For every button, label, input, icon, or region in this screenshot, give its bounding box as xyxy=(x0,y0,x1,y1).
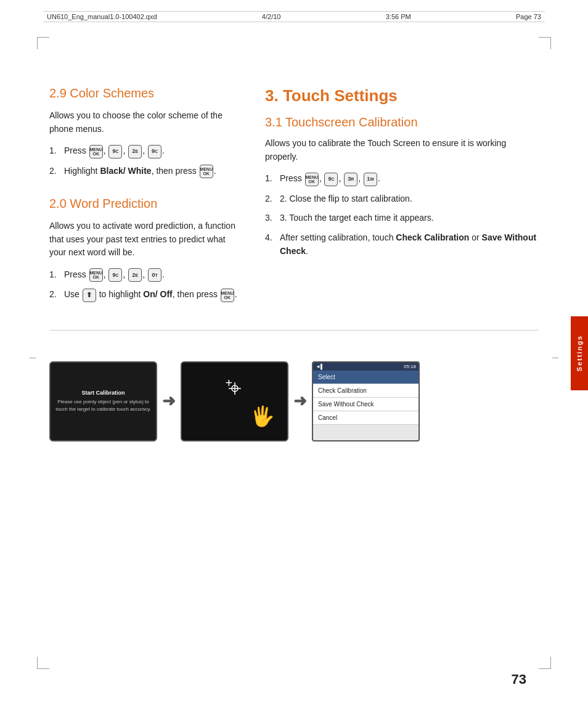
step-2-0-1: 1. Press MENUOK, 9C, 2E, 0T. xyxy=(49,268,240,282)
menu-item-check-calibration: Check Calibration xyxy=(313,384,419,398)
settings-sidebar-tab: Settings xyxy=(571,316,588,390)
step-text-4: Use ⬆ to highlight On/ Off, then press M… xyxy=(64,288,237,302)
header-time: 05:18 xyxy=(404,364,416,369)
black-white-label: Black/ White xyxy=(100,166,151,176)
key-menu-ok-1: MENUOK xyxy=(89,145,103,158)
key-9c-3: 9C xyxy=(108,268,122,282)
step-number: 1. xyxy=(49,144,62,158)
calibration-screen-1: Start Calibration Please use pointy obje… xyxy=(49,361,157,441)
key-2e-1: 2E xyxy=(128,145,142,158)
left-column: 2.9 Color Schemes Allows you to choose t… xyxy=(49,86,240,308)
step-number-3: 1. xyxy=(49,268,62,282)
step-text-3: Press MENUOK, 9C, 2E, 0T. xyxy=(64,268,165,282)
page-number: 73 xyxy=(512,671,526,688)
section-3-1-heading: 3.1 Touchscreen Calibration xyxy=(265,115,539,129)
key-menu-ok-5: MENUOK xyxy=(305,173,319,186)
arrow-1: ➜ xyxy=(162,392,176,411)
step-3-1-2: 2. 2. Close the flip to start calibratio… xyxy=(265,192,539,206)
check-calibration-label: Check Calibration xyxy=(396,232,469,242)
target-crosshair-svg xyxy=(227,381,242,396)
section-3-heading: 3. Touch Settings xyxy=(265,86,539,105)
header-bar: UN610_Eng_manual1.0-100402.qxd 4/2/10 3:… xyxy=(43,11,545,22)
step-3-1-3: 3. 3. Touch the target each time it appe… xyxy=(265,211,539,225)
section-2-0-heading: 2.0 Word Prediction xyxy=(49,197,240,211)
section-2-9-heading: 2.9 Color Schemes xyxy=(49,86,240,101)
arrow-2: ➜ xyxy=(293,392,307,411)
step-text: Press MENUOK, 9C, 2E, 9C. xyxy=(64,144,165,158)
step-number-7: 3. xyxy=(265,211,277,225)
header-signal: ◄▌ xyxy=(316,364,324,369)
right-margin-mark xyxy=(552,358,558,358)
step-number-5: 1. xyxy=(265,172,277,186)
content-area: 2.9 Color Schemes Allows you to choose t… xyxy=(49,55,539,657)
hand-icon: 🖐 xyxy=(250,404,275,428)
section-2-9-body: Allows you to choose the color scheme of… xyxy=(49,109,240,136)
step-number-8: 4. xyxy=(265,231,277,258)
corner-mark-tl xyxy=(37,37,49,49)
corner-mark-br xyxy=(539,657,551,669)
menu-screen-header: ◄▌ 05:18 xyxy=(313,363,419,371)
spacer xyxy=(49,184,240,197)
menu-item-cancel: Cancel xyxy=(313,411,419,425)
step-number-2: 2. xyxy=(49,165,62,178)
step-text-2: Highlight Black/ White, then press MENUO… xyxy=(64,165,216,178)
step-text-6: 2. Close the flip to start calibration. xyxy=(280,192,412,206)
header-page: Page 73 xyxy=(516,13,541,20)
key-nav: ⬆ xyxy=(83,289,96,302)
step-text-7: 3. Touch the target each time it appears… xyxy=(280,211,434,225)
key-9c-1: 9C xyxy=(108,145,122,158)
step-text-5: Press MENUOK, 9C, 3R, 1W. xyxy=(280,172,380,186)
step-number-4: 2. xyxy=(49,288,62,302)
step-2-0-2: 2. Use ⬆ to highlight On/ Off, then pres… xyxy=(49,288,240,302)
calibration-menu-screen: ◄▌ 05:18 Select Check Calibration Save W… xyxy=(312,361,420,441)
key-menu-ok-4: MENUOK xyxy=(221,289,234,302)
screen1-text: Please use pointy object (pen or stylus)… xyxy=(55,398,151,412)
section-3-1-body: Allows you to calibrate the Touch Screen… xyxy=(265,137,539,163)
bottom-images-row: Start Calibration Please use pointy obje… xyxy=(49,361,539,441)
section-2-0-body: Allows you to activate word prediction, … xyxy=(49,220,240,260)
left-margin-mark xyxy=(30,358,36,358)
corner-mark-bl xyxy=(37,657,49,669)
header-date: 4/2/10 xyxy=(262,13,281,20)
key-menu-ok-2: MENUOK xyxy=(200,165,213,178)
corner-mark-tr xyxy=(539,37,551,49)
step-2-9-1: 1. Press MENUOK, 9C, 2E, 9C. xyxy=(49,144,240,158)
step-3-1-1: 1. Press MENUOK, 9C, 3R, 1W. xyxy=(265,172,539,186)
menu-item-save-without-check: Save Without Check xyxy=(313,398,419,411)
menu-item-select: Select xyxy=(313,371,419,384)
step-number-6: 2. xyxy=(265,192,277,206)
header-filename: UN610_Eng_manual1.0-100402.qxd xyxy=(47,13,157,20)
step-3-1-4: 4. After setting calibration, touch Chec… xyxy=(265,231,539,258)
key-menu-ok-3: MENUOK xyxy=(89,268,103,282)
key-2e-2: 2E xyxy=(128,268,142,282)
two-column-layout: 2.9 Color Schemes Allows you to choose t… xyxy=(49,86,539,308)
touch-target-image: 🖐 xyxy=(181,361,288,441)
key-1w: 1W xyxy=(364,173,377,186)
right-column: 3. Touch Settings 3.1 Touchscreen Calibr… xyxy=(265,86,539,308)
key-3r: 3R xyxy=(344,173,357,186)
key-0t: 0T xyxy=(148,268,161,282)
on-off-label: On/ Off xyxy=(143,289,172,299)
sidebar-label: Settings xyxy=(576,335,583,371)
step-text-8: After setting calibration, touch Check C… xyxy=(280,231,539,258)
step-2-9-2: 2. Highlight Black/ White, then press ME… xyxy=(49,165,240,178)
bottom-section: Start Calibration Please use pointy obje… xyxy=(49,330,539,441)
header-time: 3:56 PM xyxy=(386,13,411,20)
key-9c-4: 9C xyxy=(324,173,338,186)
screen1-title: Start Calibration xyxy=(81,390,125,396)
key-9c-2: 9C xyxy=(148,145,161,158)
